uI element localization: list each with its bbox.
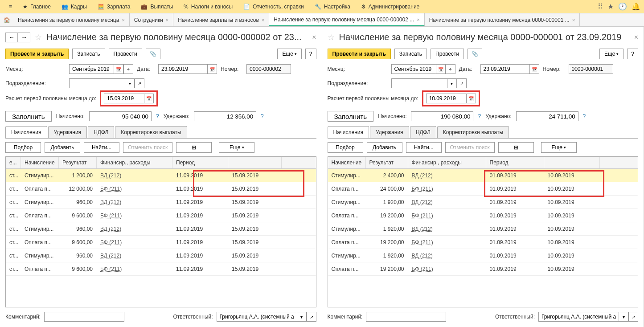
- comment-input[interactable]: [366, 312, 446, 322]
- dropdown-icon[interactable]: ▾: [125, 78, 135, 88]
- table-row[interactable]: ст...Стимулир...960,00ВД (212)11.09.2019…: [6, 196, 316, 209]
- open-icon[interactable]: ↗: [135, 78, 144, 88]
- subtab-corrections[interactable]: Корректировки выплаты: [115, 126, 187, 138]
- close-pane[interactable]: ×: [312, 33, 316, 41]
- favorite-star[interactable]: ☆: [328, 33, 335, 42]
- post-button[interactable]: Провести: [431, 49, 464, 59]
- calendar-icon[interactable]: 📅: [207, 64, 217, 74]
- table-row[interactable]: Оплата п...19 200,00БФ (211)01.09.201910…: [328, 262, 638, 276]
- table-row[interactable]: Стимулир...1 920,00ВД (212)01.09.201910.…: [328, 222, 638, 236]
- col-header[interactable]: Результат: [366, 157, 408, 168]
- favorite-star[interactable]: ☆: [35, 33, 42, 42]
- close-icon[interactable]: ×: [417, 17, 419, 22]
- help-icon[interactable]: ?: [261, 113, 264, 119]
- table-row[interactable]: ст...Оплата п...9 600,00БФ (211)11.09.20…: [6, 262, 316, 276]
- add-button[interactable]: Добавить: [367, 142, 402, 153]
- stepper-icon[interactable]: ÷: [446, 64, 455, 74]
- subtab-deductions[interactable]: Удержания: [370, 126, 409, 138]
- calendar-icon[interactable]: 📅: [436, 64, 446, 74]
- help-button[interactable]: ?: [627, 49, 638, 59]
- calendar-icon[interactable]: 📅: [114, 64, 123, 74]
- add-button[interactable]: Добавить: [45, 142, 80, 153]
- month-input[interactable]: [69, 64, 114, 74]
- table-row[interactable]: ст...Стимулир...960,00ВД (212)11.09.2019…: [6, 222, 316, 236]
- table-row[interactable]: Оплата п...24 000,00БФ (211)01.09.201910…: [328, 182, 638, 196]
- help-icon[interactable]: ?: [478, 113, 481, 119]
- accrued-value[interactable]: [89, 111, 152, 121]
- table-more-button[interactable]: Еще: [219, 142, 254, 153]
- subtab-accruals[interactable]: Начисления: [328, 126, 369, 138]
- attach-button[interactable]: 📎: [146, 49, 160, 59]
- accrued-value[interactable]: [411, 111, 473, 121]
- table-row[interactable]: Оплата п...19 200,00БФ (211)01.09.201910…: [328, 236, 638, 249]
- post-close-button[interactable]: Провести и закрыть: [5, 49, 69, 59]
- dropdown-icon[interactable]: ▾: [447, 78, 457, 88]
- table-row[interactable]: ст...Оплата п...9 600,00БФ (211)11.09.20…: [6, 209, 316, 222]
- help-icon[interactable]: ?: [156, 113, 159, 119]
- table-row[interactable]: Стимулир...1 920,00ВД (212)01.09.201910.…: [328, 249, 638, 262]
- table-row[interactable]: Оплата п...19 200,00БФ (211)01.09.201910…: [328, 209, 638, 222]
- subtab-accruals[interactable]: Начисления: [5, 126, 47, 138]
- col-header[interactable]: [544, 157, 600, 168]
- subtab-ndfl[interactable]: НДФЛ: [410, 126, 436, 138]
- month-input[interactable]: [391, 64, 436, 74]
- menu-settings[interactable]: 🔧Настройка: [309, 0, 356, 13]
- menu-payouts[interactable]: 💼Выплаты: [135, 0, 178, 13]
- table-more-button[interactable]: Еще: [541, 142, 577, 153]
- table-settings-icon[interactable]: ⊞: [176, 142, 212, 153]
- doc-tab-1[interactable]: Сотрудники×: [130, 13, 173, 26]
- calendar-icon[interactable]: 📅: [144, 94, 154, 103]
- subtab-corrections[interactable]: Корректировки выплаты: [437, 126, 509, 138]
- attach-button[interactable]: 📎: [468, 49, 482, 59]
- col-header[interactable]: Начисление: [328, 157, 366, 168]
- post-close-button[interactable]: Провести и закрыть: [328, 49, 391, 59]
- col-header[interactable]: Начисление: [21, 157, 59, 168]
- dropdown-icon[interactable]: ▾: [619, 312, 628, 322]
- doc-tab-0[interactable]: Начисления за первую половину месяца×: [13, 13, 130, 26]
- doc-tab-4[interactable]: Начисление за первую половину месяца 000…: [425, 13, 580, 26]
- close-icon[interactable]: ×: [122, 17, 124, 23]
- find-button[interactable]: Найти...: [406, 142, 442, 153]
- more-button[interactable]: Еще: [277, 49, 301, 59]
- nav-back[interactable]: ←: [5, 33, 18, 42]
- open-icon[interactable]: ↗: [628, 312, 638, 322]
- table-row[interactable]: ст...Стимулир...1 200,00ВД (212)11.09.20…: [6, 169, 316, 182]
- fill-button[interactable]: Заполнить: [5, 111, 52, 122]
- apps-icon[interactable]: ⠿: [598, 2, 603, 11]
- withheld-value[interactable]: [194, 111, 256, 121]
- history-icon[interactable]: 🕑: [618, 2, 627, 11]
- col-header[interactable]: Период: [486, 157, 544, 168]
- table-row[interactable]: ст...Оплата п...12 000,00БФ (211)11.09.2…: [6, 182, 316, 196]
- close-icon[interactable]: ×: [262, 17, 264, 23]
- calc-date-input[interactable]: [104, 94, 144, 103]
- home-tab[interactable]: 🏠: [0, 13, 13, 26]
- col-header[interactable]: Финансир., расходы: [408, 157, 486, 168]
- col-header[interactable]: Результат: [59, 157, 97, 168]
- menu-admin[interactable]: ⚙Администрирование: [356, 0, 425, 13]
- close-icon[interactable]: ×: [572, 17, 575, 23]
- post-button[interactable]: Провести: [109, 49, 142, 59]
- calendar-icon[interactable]: 📅: [466, 94, 476, 103]
- subtab-ndfl[interactable]: НДФЛ: [88, 126, 114, 138]
- open-icon[interactable]: ↗: [307, 312, 316, 322]
- date-input[interactable]: [158, 64, 207, 74]
- menu-salary[interactable]: 🧮Зарплата: [92, 0, 136, 13]
- find-button[interactable]: Найти...: [84, 142, 119, 153]
- write-button[interactable]: Записать: [394, 49, 427, 59]
- date-input[interactable]: [480, 64, 529, 74]
- resp-input[interactable]: [217, 312, 297, 322]
- table-row[interactable]: ст...Стимулир...960,00ВД (212)11.09.2019…: [6, 249, 316, 262]
- fill-button[interactable]: Заполнить: [328, 111, 374, 122]
- close-icon[interactable]: ×: [166, 17, 168, 23]
- table-settings-icon[interactable]: ⊞: [498, 142, 534, 153]
- calc-date-input[interactable]: [426, 94, 466, 103]
- close-pane[interactable]: ×: [634, 33, 638, 41]
- table-row[interactable]: Стимулир...2 400,00ВД (212)01.09.201910.…: [328, 169, 638, 182]
- help-icon[interactable]: ?: [583, 113, 586, 119]
- col-header[interactable]: е...: [6, 157, 21, 168]
- dropdown-icon[interactable]: ▾: [297, 312, 307, 322]
- help-button[interactable]: ?: [305, 49, 316, 59]
- col-header[interactable]: Период: [172, 157, 228, 168]
- pick-button[interactable]: Подбор: [5, 142, 41, 153]
- doc-tab-2[interactable]: Начисление зарплаты и взносов×: [173, 13, 269, 26]
